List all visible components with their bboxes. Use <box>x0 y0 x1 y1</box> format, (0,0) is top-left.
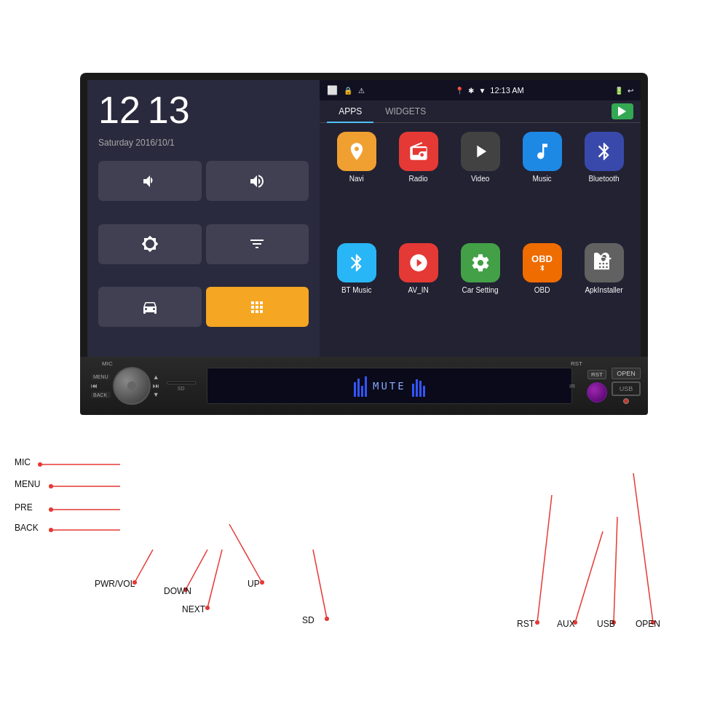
app-navi-label: Navi <box>349 175 364 183</box>
app-obd-label: OBD <box>534 286 550 294</box>
svg-line-16 <box>313 550 327 619</box>
rst-bottom-label: RST <box>517 619 534 629</box>
back-btn[interactable]: BACK <box>91 392 111 398</box>
status-bar: ⬜ 🔒 ⚠ 📍 ✱ ▼ 12:13 AM 🔋 ↩ <box>320 80 641 100</box>
sd-label: SD <box>302 615 314 625</box>
status-right: 🔋 ↩ <box>614 87 633 95</box>
android-screen: 12 13 Saturday 2016/10/1 <box>87 80 641 357</box>
screen-bezel: 12 13 Saturday 2016/10/1 <box>80 73 648 357</box>
car-btn[interactable] <box>98 287 202 327</box>
aux-bottom-label: AUX <box>557 619 575 629</box>
svg-point-3 <box>49 484 53 488</box>
car-head-unit: 12 13 Saturday 2016/10/1 <box>80 73 648 415</box>
app-apkinstaller[interactable]: ApkInstaller <box>576 243 632 349</box>
app-video-label: Video <box>471 175 489 183</box>
usb-port[interactable]: USB <box>612 381 641 396</box>
pwrvol-label: PWR/VOL <box>95 579 135 589</box>
svg-line-10 <box>186 550 207 590</box>
alert-icon: ⚠ <box>358 87 365 95</box>
svg-point-7 <box>49 528 53 532</box>
sd-slot-label: SD <box>178 386 185 391</box>
clock-hour: 12 <box>98 91 141 129</box>
app-obd[interactable]: OBD OBD <box>514 243 570 349</box>
svg-line-14 <box>229 524 262 582</box>
status-left: ⬜ 🔒 ⚠ <box>327 85 365 95</box>
rst-unit-label: RST <box>571 360 582 367</box>
equalizer-btn[interactable] <box>206 224 309 264</box>
mic-unit-label: MIC <box>102 360 113 367</box>
location-icon: 📍 <box>455 87 464 95</box>
head-unit-body: MIC RST MENU ⏮ BACK ▲ ⏭ ▼ SD <box>80 357 648 415</box>
svg-line-18 <box>537 495 552 622</box>
clock-minute: 13 <box>148 91 190 129</box>
svg-line-22 <box>614 517 617 622</box>
status-center: 📍 ✱ ▼ 12:13 AM <box>455 86 523 95</box>
battery-icon: 🔋 <box>614 87 623 95</box>
svg-line-24 <box>633 473 653 622</box>
menu-btn[interactable]: MENU <box>91 373 111 380</box>
app-carsetting[interactable]: Car Setting <box>452 243 508 349</box>
svg-line-8 <box>135 550 153 582</box>
bluetooth-status-icon: ✱ <box>468 87 474 95</box>
app-bluetooth[interactable]: Bluetooth <box>576 132 632 237</box>
tab-widgets[interactable]: WIDGETS <box>373 100 438 122</box>
aux-port[interactable] <box>623 398 629 404</box>
apps-btn[interactable] <box>206 287 309 327</box>
app-music-label: Music <box>532 175 551 183</box>
open-button[interactable]: OPEN <box>612 368 641 379</box>
rst-button[interactable]: RST <box>587 370 606 379</box>
app-music[interactable]: Music <box>514 132 570 237</box>
wifi-icon: ▼ <box>478 87 486 95</box>
pre-btn[interactable]: ⏮ <box>91 382 111 389</box>
volume-low-btn[interactable] <box>98 161 202 201</box>
pre-label: PRE <box>15 502 33 513</box>
next-btn[interactable]: ⏭ <box>153 382 159 389</box>
clock-display: 12 13 <box>98 91 309 129</box>
svg-point-1 <box>38 462 42 467</box>
volume-high-btn[interactable] <box>206 161 309 201</box>
down-btn[interactable]: ▼ <box>153 391 159 398</box>
ir-label: IR <box>569 383 575 389</box>
svg-line-20 <box>575 531 603 622</box>
down-label: DOWN <box>164 586 191 596</box>
sd-slot[interactable] <box>167 381 196 384</box>
clock-date: Saturday 2016/10/1 <box>98 138 309 148</box>
app-bluetooth-label: Bluetooth <box>588 175 619 183</box>
left-panel: 12 13 Saturday 2016/10/1 <box>87 80 320 357</box>
menu-label: MENU <box>15 479 40 489</box>
lock-icon: 🔒 <box>344 87 352 95</box>
app-avin-label: AV_IN <box>408 286 429 294</box>
next-label: NEXT <box>182 604 205 614</box>
app-radio-label: Radio <box>409 175 428 183</box>
tab-bar: APPS WIDGETS <box>320 100 641 123</box>
purple-button[interactable] <box>587 382 607 403</box>
play-store-btn[interactable] <box>612 103 633 119</box>
display-text: MUTE <box>373 380 406 392</box>
home-icon: ⬜ <box>327 85 338 95</box>
app-radio[interactable]: Radio <box>390 132 446 237</box>
back-label: BACK <box>15 523 39 533</box>
svg-point-5 <box>49 507 53 512</box>
usb-bottom-label: USB <box>597 619 615 629</box>
control-grid <box>98 161 309 346</box>
brightness-btn[interactable] <box>98 224 202 264</box>
app-carsetting-label: Car Setting <box>462 286 499 294</box>
svg-point-19 <box>535 620 539 625</box>
svg-line-12 <box>207 550 222 608</box>
pwr-vol-knob[interactable] <box>113 367 151 405</box>
app-navi[interactable]: Navi <box>328 132 384 237</box>
svg-point-15 <box>260 580 264 585</box>
svg-point-17 <box>325 617 329 621</box>
app-avin[interactable]: AV_IN <box>390 243 446 349</box>
app-video[interactable]: Video <box>452 132 508 237</box>
tab-apps[interactable]: APPS <box>327 100 373 122</box>
up-btn[interactable]: ▲ <box>153 373 159 381</box>
svg-point-13 <box>205 606 210 610</box>
open-bottom-label: OPEN <box>636 619 660 629</box>
app-btmusic[interactable]: BT Music <box>328 243 384 349</box>
mic-label: MIC <box>15 457 31 467</box>
right-panel: ⬜ 🔒 ⚠ 📍 ✱ ▼ 12:13 AM 🔋 ↩ <box>320 80 641 357</box>
back-nav-icon: ↩ <box>628 87 633 95</box>
up-label: UP <box>248 579 260 589</box>
apps-grid: Navi Radio Video <box>320 123 641 357</box>
